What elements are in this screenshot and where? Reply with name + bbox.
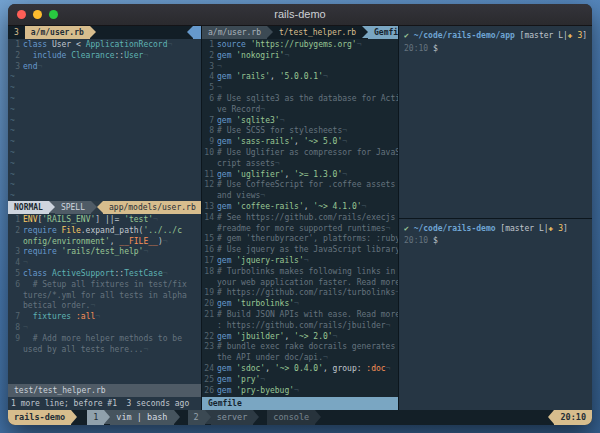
vim-filename-inactive: test/test_helper.rb <box>8 384 201 397</box>
tmux-pane-shell-app[interactable]: ✔ ~/code/rails-demo/app [master L|✚ 3]20… <box>399 26 592 218</box>
line-number: 21 <box>202 310 217 321</box>
tmux-window-3-name[interactable]: console <box>267 410 315 425</box>
line-number: 2 <box>202 51 217 62</box>
zoom-button[interactable] <box>49 10 58 19</box>
buffer-tab-user-rb[interactable]: a/m/user.rb <box>202 26 267 39</box>
window-title: rails-demo <box>8 4 592 25</box>
code-row: cript assets¬ <box>202 159 398 170</box>
code-token: ¬ <box>284 51 289 60</box>
code-row: 21# Build JSON APIs with ease. Read more <box>202 310 398 321</box>
code-row: 7 fixtures :all¬ <box>8 312 201 323</box>
tilde-row: ~ <box>8 191 201 201</box>
code-row: 17gem 'jquery-rails'¬ <box>202 256 398 267</box>
tmux-pane-shell-root[interactable]: ✔ ~/code/rails-demo [master L|✚ 3]20:10 … <box>399 219 592 411</box>
code-token: 'sass-rails' <box>236 137 294 146</box>
tmux-window-2-name[interactable]: server <box>211 410 254 425</box>
code-token: gem <box>217 332 236 341</box>
code-token: used by all tests here... <box>23 345 143 354</box>
code-token: __FILE__ <box>119 237 158 246</box>
code-token: ✚ 3 <box>549 224 563 233</box>
code-token: '../../c <box>143 226 182 235</box>
code-token: '~> 5.0' <box>304 137 343 146</box>
tmux-window-1-index[interactable]: 1 <box>87 410 104 425</box>
vim-spell-indicator: SPELL <box>55 201 91 214</box>
code-row: your web application faster. Read more¬ <box>202 278 398 289</box>
tilde-marker: ~ <box>8 105 15 116</box>
tab-user-rb[interactable]: a/m/user.rb <box>25 26 90 39</box>
code-token: ¬ <box>95 312 100 321</box>
code-token: ~/code/rails-demo/app <box>414 31 515 40</box>
tmux-pane-vim-gemfile[interactable]: a/m/user.rbt/test_helper.rbGemfile 1sour… <box>202 26 398 410</box>
tmux-pane-vim-left[interactable]: 3a/m/user.rb 1class User < ApplicationRe… <box>8 26 201 410</box>
code-token: gem <box>217 256 236 265</box>
vim-statusline-active: NORMALSPELLapp/models/user.rb <box>8 201 201 214</box>
tabline-right-cap <box>193 26 201 39</box>
code-token: 'test' <box>124 215 153 224</box>
vim-mode-indicator: NORMAL <box>8 201 49 214</box>
vim-statusline-gemfile: Gemfile <box>202 397 398 410</box>
tilde-row: ~ <box>8 148 201 159</box>
line-number: 10 <box>202 148 217 159</box>
close-button[interactable] <box>17 10 26 19</box>
line-number: 17 <box>202 256 217 267</box>
tilde-row: ~ <box>8 180 201 191</box>
code-row: 24gem 'sdoc', '~> 0.4.0', group: :doc¬ <box>202 364 398 375</box>
code-token: ✚ 3 <box>568 31 582 40</box>
segment-gap <box>77 410 87 425</box>
line-number: 26 <box>202 386 217 397</box>
code-token: ¬ <box>386 321 391 330</box>
vim-message-line: 1 more line; before #1 3 seconds ago <box>8 397 201 410</box>
code-token: ¬ <box>23 323 28 332</box>
code-token: ¬ <box>23 258 28 267</box>
line-number <box>202 278 217 289</box>
line-number: 1 <box>8 40 23 51</box>
code-token: :: <box>115 51 125 60</box>
code-token: #readme for more supported runtimes <box>217 224 386 233</box>
tilde-marker: ~ <box>8 72 15 83</box>
code-token: ¬ <box>143 247 148 256</box>
code-row: : https://github.com/rails/jbuilder¬ <box>202 321 398 332</box>
vim-window-user-rb[interactable]: 1class User < ApplicationRecord¬2 includ… <box>8 39 201 201</box>
code-row: ✔ ~/code/rails-demo/app [master L|✚ 3] <box>404 30 587 43</box>
code-token: ¬ <box>260 105 265 114</box>
buffer-tab-gemfile[interactable]: Gemfile <box>368 26 398 39</box>
code-row: onfig/environment', __FILE__)¬ <box>8 237 201 248</box>
line-number: 16 <box>202 245 217 256</box>
line-number: 8 <box>8 323 23 334</box>
code-token: File <box>62 226 81 235</box>
code-token: # Turbolinks makes following links in <box>217 267 398 276</box>
tilde-marker: ~ <box>8 180 15 191</box>
code-token: [master L| <box>515 31 568 40</box>
window-titlebar[interactable]: rails-demo <box>8 4 592 26</box>
tmux-status-left: rails-demo1vim | bash2serverconsole <box>8 410 321 425</box>
code-row: 4gem 'rails', '5.0.0.1'¬ <box>202 72 398 83</box>
tilde-row: ~ <box>8 83 201 94</box>
minimize-button[interactable] <box>33 10 42 19</box>
vim-window-gemfile[interactable]: 1source 'https://rubygems.org'¬2gem 'nok… <box>202 39 398 397</box>
code-token: 'rails/test_help' <box>62 247 144 256</box>
tilde-marker: ~ <box>8 170 15 181</box>
tmux-window-2-index[interactable]: 2 <box>188 410 205 425</box>
terminal-content: 3a/m/user.rb 1class User < ApplicationRe… <box>8 26 592 425</box>
vim-window-test-helper[interactable]: 1ENV['RAILS_ENV'] ||= 'test'¬2require Fi… <box>8 214 201 384</box>
code-token: $ <box>428 44 438 53</box>
line-number: 24 <box>202 364 217 375</box>
code-token: '~> 4.1.0' <box>313 202 361 211</box>
code-token: .expand_path( <box>81 226 144 235</box>
line-number: 19 <box>202 288 217 299</box>
code-token: ¬ <box>143 51 148 60</box>
tilde-marker: ~ <box>8 116 15 127</box>
code-token: 20:10 <box>404 236 428 245</box>
tilde-row: ~ <box>8 126 201 137</box>
code-token: '~> 2.0' <box>294 332 333 341</box>
code-row: 9 # Add more helper methods to be <box>8 334 201 345</box>
buffer-tab-test-helper[interactable]: t/test_helper.rb <box>273 26 362 39</box>
code-token: 'pry-byebug' <box>236 386 294 395</box>
tmux-session-name[interactable]: rails-demo <box>8 410 71 425</box>
code-row: 13gem 'coffee-rails', '~> 4.1.0'¬ <box>202 202 398 213</box>
code-row: 5¬ <box>202 83 398 94</box>
code-token: # Add more helper methods to be <box>23 334 187 343</box>
traffic-lights <box>8 10 65 19</box>
tmux-window-1-name[interactable]: vim | bash <box>110 410 173 425</box>
code-row: ✔ ~/code/rails-demo [master L|✚ 3] <box>404 223 587 236</box>
